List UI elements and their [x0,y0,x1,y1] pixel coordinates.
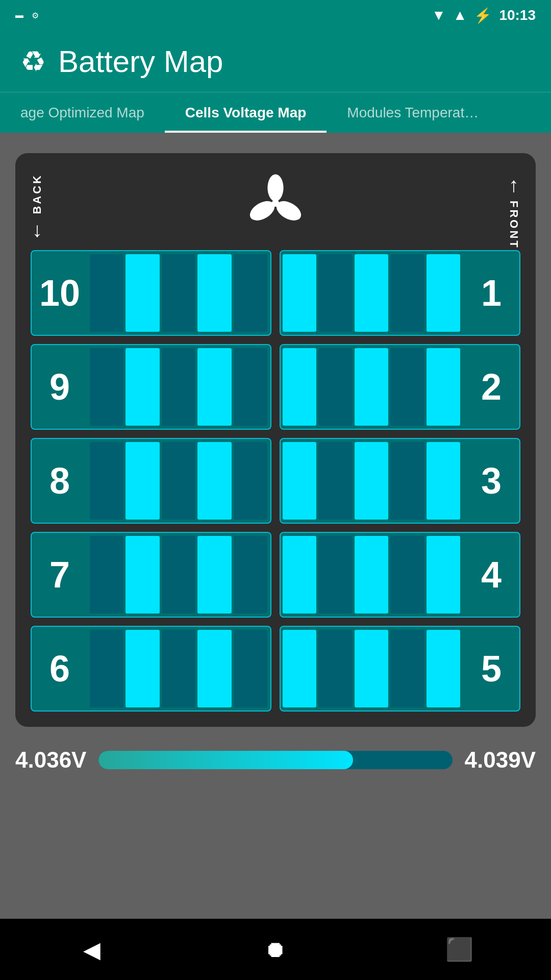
cell-bar [318,536,352,614]
cell-bar [90,254,123,332]
module-7: 7 [31,532,271,618]
app-bar: ♻ Battery Map [0,31,551,92]
module-8-number: 8 [32,439,88,523]
cell-bar [283,630,316,707]
front-label: ↑ FRONT [507,168,520,250]
cell-bar [283,536,316,614]
module-4-cells [281,533,463,617]
module-2-cells [281,345,463,429]
module-4: 4 [280,532,520,618]
module-6-number: 6 [32,627,88,710]
voltage-bar-fill [98,751,353,769]
tab-modules-temp[interactable]: Modules Temperat… [327,92,499,133]
recent-nav-button[interactable]: ⬛ [439,929,480,970]
home-nav-button[interactable]: ⏺ [255,929,296,970]
cell-bar [390,254,424,332]
app-title: Battery Map [58,44,223,79]
back-label: BACK ↓ [31,168,44,241]
cell-bar [355,536,388,614]
tab-voltage-optimized[interactable]: age Optimized Map [0,92,165,133]
battery-icon: ⚡ [474,7,492,24]
cell-bar [427,348,460,426]
cell-bar [126,536,159,614]
module-2-number: 2 [463,345,519,429]
module-9-number: 9 [32,345,88,429]
cell-bar [197,348,231,426]
voltage-section: 4.036V 4.039V [15,742,536,778]
cell-bar [390,348,424,426]
cell-bar [318,442,352,520]
wifi-icon: ▼ [432,7,446,23]
cell-bar [318,630,352,707]
back-text: BACK [31,174,44,214]
tab-cells-voltage[interactable]: Cells Voltage Map [165,92,327,133]
fan-icon [245,173,306,236]
battery-app-icon: ♻ [20,45,46,78]
voltage-bar-container [98,751,452,769]
cell-bar [318,254,352,332]
module-3: 3 [280,438,520,524]
cell-grid: 10 1 [31,250,520,712]
cell-bar [90,348,123,426]
module-1: 1 [280,250,520,336]
tab-bar: age Optimized Map Cells Voltage Map Modu… [0,92,551,133]
cell-bar [162,630,195,707]
module-8-cells [88,439,270,523]
module-10: 10 [31,250,271,336]
cell-bar [126,348,159,426]
front-text: FRONT [507,201,520,250]
back-arrow-icon: ↓ [32,218,42,241]
cell-bar [234,254,267,332]
cell-bar [318,348,352,426]
sim-icon: ▬ [15,11,23,20]
cell-bar [162,442,195,520]
cell-bar [427,536,460,614]
cell-bar [90,536,123,614]
clock: 10:13 [499,7,536,23]
cell-bar [162,348,195,426]
cell-bar [197,630,231,707]
module-10-number: 10 [32,251,88,335]
cell-bar [162,254,195,332]
status-bar: ▬ ⚙ ▼ ▲ ⚡ 10:13 [0,0,551,31]
front-arrow-icon: ↑ [509,174,519,197]
max-voltage: 4.039V [465,747,536,773]
svg-point-1 [267,175,283,202]
cell-bar [197,442,231,520]
cell-bar [283,348,316,426]
status-bar-left: ▬ ⚙ [15,11,39,20]
cell-bar [427,630,460,707]
module-6: 6 [31,626,271,712]
module-4-number: 4 [463,533,519,617]
cell-bar [234,630,267,707]
cell-bar [427,442,460,520]
cell-bar [126,254,159,332]
module-10-cells [88,251,270,335]
back-nav-button[interactable]: ◀ [71,929,112,970]
cell-bar [427,254,460,332]
cell-bar [390,630,424,707]
cell-bar [355,630,388,707]
cell-bar [355,442,388,520]
top-indicators: BACK ↓ ↑ FRONT [31,168,520,240]
cell-bar [390,442,424,520]
cell-bar [126,442,159,520]
cell-bar [126,630,159,707]
battery-map-container: BACK ↓ ↑ FRONT [15,153,536,727]
cell-bar [355,348,388,426]
min-voltage: 4.036V [15,747,86,773]
cell-bar [90,630,123,707]
sync-icon: ⚙ [32,11,39,20]
module-1-number: 1 [463,251,519,335]
module-5-number: 5 [463,627,519,710]
cell-bar [355,254,388,332]
cell-bar [283,254,316,332]
module-3-number: 3 [463,439,519,523]
module-7-cells [88,533,270,617]
cell-bar [234,536,267,614]
cell-bar [197,254,231,332]
cell-bar [390,536,424,614]
cell-bar [283,442,316,520]
signal-icon: ▲ [453,7,467,23]
status-bar-right: ▼ ▲ ⚡ 10:13 [432,7,536,24]
